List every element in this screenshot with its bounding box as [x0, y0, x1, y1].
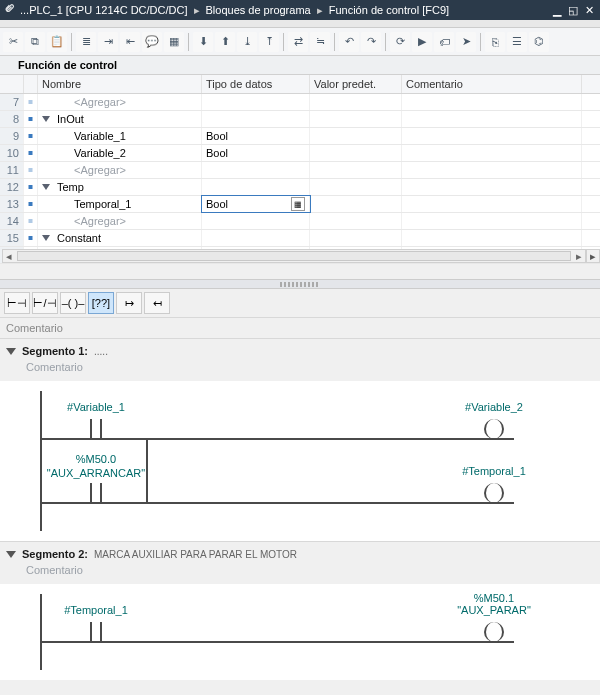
comment-cell[interactable]	[402, 230, 582, 246]
contact-no[interactable]: #Temporal_1	[86, 622, 106, 642]
list-icon[interactable]: ≣	[76, 32, 96, 52]
collapse-icon[interactable]	[6, 348, 16, 355]
default-value-cell[interactable]	[310, 230, 402, 246]
contact-symbol[interactable]: #Variable_1	[26, 401, 166, 413]
indent-icon[interactable]: ⇥	[98, 32, 118, 52]
box-icon[interactable]: ▦	[164, 32, 184, 52]
redo-icon[interactable]: ↷	[361, 32, 381, 52]
table-row[interactable]: 13Temporal_1Bool▦	[0, 196, 600, 213]
default-value-cell[interactable]	[310, 94, 402, 110]
comment-cell[interactable]	[402, 213, 582, 229]
network-title[interactable]: Segmento 1:	[22, 345, 88, 357]
scroll-right-end-icon[interactable]: ▸	[586, 249, 600, 263]
contact-no[interactable]: %M50.0"AUX_ARRANCAR"	[86, 483, 106, 503]
default-value-cell[interactable]	[310, 196, 402, 212]
coil-symbol[interactable]: #Variable_2	[424, 401, 564, 413]
datatype-cell[interactable]: Bool▦	[202, 196, 310, 212]
grid-header-name[interactable]: Nombre	[38, 75, 202, 93]
network-subtitle[interactable]: MARCA AUXILIAR PARA PARAR EL MOTOR	[94, 549, 297, 560]
block-comment-field[interactable]: Comentario	[0, 318, 600, 338]
table-row[interactable]: 12Temp	[0, 179, 600, 196]
datatype-cell[interactable]	[202, 230, 310, 246]
scroll-left-icon[interactable]: ◂	[3, 250, 15, 262]
branch-close-button[interactable]: ↤	[144, 292, 170, 314]
cut-icon[interactable]: ✂	[3, 32, 23, 52]
horizontal-scrollbar[interactable]: ◂ ▸	[2, 249, 586, 263]
network-comment[interactable]: Comentario	[0, 562, 600, 584]
coil-address[interactable]: %M50.1	[424, 592, 564, 604]
contact-symbol[interactable]: #Temporal_1	[26, 604, 166, 616]
datatype-cell[interactable]	[202, 111, 310, 127]
comment-cell[interactable]	[402, 196, 582, 212]
comment-cell[interactable]	[402, 111, 582, 127]
variable-name[interactable]: Variable_1	[38, 128, 202, 144]
breadcrumb-block[interactable]: Función de control [FC9]	[329, 4, 449, 16]
scroll-thumb[interactable]	[17, 251, 571, 261]
collapse-icon[interactable]	[42, 184, 50, 190]
breadcrumb-folder[interactable]: Bloques de programa	[206, 4, 311, 16]
table-row[interactable]: 9Variable_1Bool	[0, 128, 600, 145]
datatype-cell[interactable]	[202, 179, 310, 195]
collapse-icon[interactable]	[42, 235, 50, 241]
coil-symbol[interactable]: #Temporal_1	[424, 465, 564, 477]
table-row[interactable]: 8InOut	[0, 111, 600, 128]
collapse-icon[interactable]	[6, 551, 16, 558]
compare-icon[interactable]: ⇄	[288, 32, 308, 52]
struct-icon[interactable]: ⌬	[529, 32, 549, 52]
comment-cell[interactable]	[402, 162, 582, 178]
variable-name[interactable]: <Agregar>	[38, 162, 202, 178]
coil-symbol[interactable]: "AUX_PARAR"	[424, 604, 564, 616]
box-button[interactable]: [??]	[88, 292, 114, 314]
download-icon[interactable]: ⬇	[193, 32, 213, 52]
section-name[interactable]: Temp	[38, 179, 202, 195]
table-row[interactable]: 11<Agregar>	[0, 162, 600, 179]
contact-address[interactable]: %M50.0	[26, 453, 166, 465]
comment-icon[interactable]: 💬	[142, 32, 162, 52]
contact-nc-button[interactable]: ⊢/⊣	[32, 292, 58, 314]
copy-icon[interactable]: ⧉	[25, 32, 45, 52]
upload-all-icon[interactable]: ⤒	[259, 32, 279, 52]
sync-icon[interactable]: ⟳	[390, 32, 410, 52]
default-value-cell[interactable]	[310, 179, 402, 195]
coil[interactable]: %M50.1"AUX_PARAR"	[484, 622, 504, 642]
datatype-cell[interactable]: Bool	[202, 145, 310, 161]
grid-header-comment[interactable]: Comentario	[402, 75, 582, 93]
variable-name[interactable]: <Agregar>	[38, 213, 202, 229]
undo-icon[interactable]: ↶	[339, 32, 359, 52]
table-row[interactable]: 14<Agregar>	[0, 213, 600, 230]
minimize-button[interactable]: ▁	[550, 4, 564, 17]
grid-header-dtype[interactable]: Tipo de datos	[202, 75, 310, 93]
table-row[interactable]: 10Variable_2Bool	[0, 145, 600, 162]
restore-button[interactable]: ◱	[566, 4, 580, 17]
variable-name[interactable]: Variable_2	[38, 145, 202, 161]
diff-icon[interactable]: ≒	[310, 32, 330, 52]
ladder-canvas[interactable]: #Temporal_1%M50.1"AUX_PARAR"	[0, 584, 600, 680]
comment-cell[interactable]	[402, 128, 582, 144]
upload-icon[interactable]: ⬆	[215, 32, 235, 52]
datatype-cell[interactable]	[202, 162, 310, 178]
comment-cell[interactable]	[402, 94, 582, 110]
comment-cell[interactable]	[402, 179, 582, 195]
goto-icon[interactable]: ➤	[456, 32, 476, 52]
comment-cell[interactable]	[402, 145, 582, 161]
default-value-cell[interactable]	[310, 145, 402, 161]
datatype-cell[interactable]: Bool	[202, 128, 310, 144]
outdent-icon[interactable]: ⇤	[120, 32, 140, 52]
coil[interactable]: #Temporal_1	[484, 483, 504, 503]
default-value-cell[interactable]	[310, 111, 402, 127]
collapse-icon[interactable]	[42, 116, 50, 122]
network-title[interactable]: Segmento 2:	[22, 548, 88, 560]
branch-open-button[interactable]: ↦	[116, 292, 142, 314]
call-env-icon[interactable]: ☰	[507, 32, 527, 52]
snapshot-icon[interactable]: ⎘	[485, 32, 505, 52]
coil[interactable]: #Variable_2	[484, 419, 504, 439]
monitor-icon[interactable]: ▶	[412, 32, 432, 52]
download-all-icon[interactable]: ⤓	[237, 32, 257, 52]
datatype-picker-button[interactable]: ▦	[291, 197, 305, 211]
grid-header-defval[interactable]: Valor predet.	[310, 75, 402, 93]
section-name[interactable]: Constant	[38, 230, 202, 246]
paste-icon[interactable]: 📋	[47, 32, 67, 52]
default-value-cell[interactable]	[310, 128, 402, 144]
variable-name[interactable]: <Agregar>	[38, 94, 202, 110]
table-row[interactable]: 15Constant	[0, 230, 600, 247]
